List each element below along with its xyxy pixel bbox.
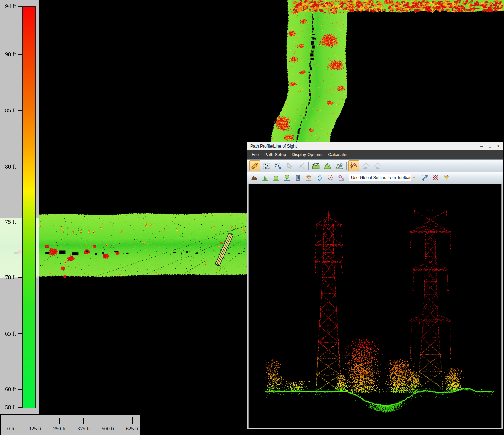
class-building-building-icon[interactable] <box>293 173 303 182</box>
scale-tick-mark <box>132 417 133 424</box>
application-stage: { "legend": { "panel": {"h": 1178}, "bar… <box>0 0 504 435</box>
map-scale-bar: 0 ft125 ft250 ft375 ft500 ft625 ft <box>1 415 140 435</box>
display-setting-dropdown[interactable]: Use Global Setting from Toolbar▼ <box>349 174 417 181</box>
scale-tick-mark <box>108 418 108 424</box>
draw-profile-tool-ruler-icon[interactable] <box>249 160 260 171</box>
scale-tick-mark <box>11 417 11 424</box>
legend-tick-mark <box>18 54 22 55</box>
class-ground-ground-icon[interactable] <box>249 173 259 182</box>
legend-tick-mark <box>18 333 22 334</box>
legend-tick-mark <box>18 222 22 222</box>
legend-tick-label: 85 ft <box>5 107 16 114</box>
class-model-key-points-key-icon[interactable] <box>336 173 347 182</box>
legend-tick-mark <box>18 110 22 111</box>
elevation-color-ramp <box>22 6 36 408</box>
legend-tick-mark <box>18 167 22 167</box>
toolbar-separator <box>346 162 347 170</box>
toolbar-separator <box>308 162 309 170</box>
scale-tick-mark <box>83 418 84 424</box>
legend-tick-label: 75 ft <box>5 219 16 226</box>
window-title-bar[interactable]: Path Profile/Line of Sight –□✕ <box>247 142 503 150</box>
classification-toolbar: Use Global Setting from Toolbar▼ <box>247 172 503 183</box>
menu-file[interactable]: File <box>249 150 261 159</box>
elevation-legend: 94 ft90 ft85 ft80 ft75 ft70 ft65 ft60 ft… <box>0 0 39 414</box>
scale-tick-mark <box>59 418 60 424</box>
next-segment-button-profile-next-icon <box>371 160 382 171</box>
legend-tick-mark <box>18 407 22 408</box>
scale-tick-mark <box>35 418 35 424</box>
profile-point-cloud[interactable] <box>249 184 501 428</box>
legend-tick-label: 80 ft <box>5 163 16 170</box>
path-profile-window: Path Profile/Line of Sight –□✕ FilePath … <box>247 142 503 429</box>
dropdown-arrow-icon[interactable]: ▼ <box>411 174 417 181</box>
legend-tick-mark <box>18 277 22 278</box>
point-display-settings-wrench-points-icon[interactable] <box>420 173 430 182</box>
legend-tick-label: 70 ft <box>5 274 16 281</box>
maximize-button[interactable]: □ <box>486 142 494 150</box>
legend-tick-label: 60 ft <box>5 386 16 393</box>
legend-tick-label: 94 ft <box>5 3 16 10</box>
menu-calculate[interactable]: Calculate <box>325 150 349 159</box>
filter-points-button-funnel-icon[interactable] <box>441 173 452 182</box>
class-high-vegetation-high-veg-icon[interactable] <box>282 173 292 182</box>
scale-tick-label: 500 ft <box>102 426 114 432</box>
profile-toolbar <box>247 159 503 172</box>
viewport-frame <box>247 183 503 429</box>
scale-tick-label: 375 ft <box>77 426 90 432</box>
legend-tick-mark <box>18 389 22 390</box>
menu-display-options[interactable]: Display Options <box>289 150 325 159</box>
window-buttons: –□✕ <box>477 142 503 150</box>
previous-segment-button-profile-prev-icon <box>360 160 371 171</box>
toggle-profile-view-profile-curve-icon[interactable] <box>348 160 359 171</box>
legend-tick-mark <box>18 6 22 7</box>
profile-viewport[interactable] <box>248 184 502 428</box>
select-points-add-tool-select-rect-move-icon[interactable] <box>272 160 283 171</box>
class-noise-noise-icon[interactable] <box>325 173 336 182</box>
menu-bar: FilePath SetupDisplay OptionsCalculate <box>247 150 503 159</box>
menu-path-setup[interactable]: Path Setup <box>261 150 289 159</box>
legend-tick-label: 58 ft <box>5 404 16 411</box>
legend-tick-label: 90 ft <box>5 51 16 58</box>
minimize-button[interactable]: – <box>477 142 486 150</box>
terrain-analysis-tool-terrain-flag-icon[interactable] <box>322 160 333 171</box>
pick-line-tool-line-pick-icon <box>296 160 306 171</box>
select-points-tool-select-rect-icon[interactable] <box>261 160 272 171</box>
scale-tick-label: 125 ft <box>29 426 41 432</box>
class-water-water-icon[interactable] <box>315 173 325 182</box>
legend-tick-label: 65 ft <box>5 330 16 337</box>
class-medium-vegetation-med-veg-icon[interactable] <box>271 173 281 182</box>
terrain-settings-tool-terrain-wrench-icon[interactable] <box>334 160 344 171</box>
window-title: Path Profile/Line of Sight <box>247 144 477 149</box>
scale-bar-axis <box>11 421 133 421</box>
pick-point-tool-cursor-icon <box>284 160 295 171</box>
close-button[interactable]: ✕ <box>494 142 503 150</box>
scale-tick-label: 250 ft <box>53 426 65 432</box>
clear-selection-button-x-points-icon[interactable] <box>431 173 441 182</box>
class-low-vegetation-low-veg-icon[interactable] <box>260 173 270 182</box>
class-powerline-powerline-icon[interactable] <box>304 173 314 182</box>
scale-tick-label: 0 ft <box>7 426 14 432</box>
scale-tick-label: 625 ft <box>126 426 138 432</box>
display-setting-value: Use Global Setting from Toolbar <box>349 175 411 180</box>
profile-from-path-tool-terrain-path-icon[interactable] <box>310 160 321 171</box>
